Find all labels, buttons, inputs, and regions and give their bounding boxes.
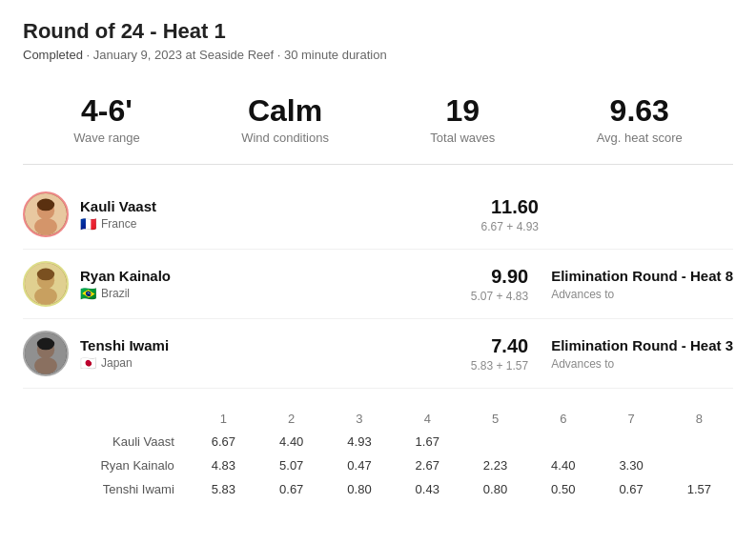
athlete-info: Ryan Kainalo 🇧🇷 Brazil: [80, 268, 471, 301]
table-score-cell: 4.40: [529, 453, 597, 477]
table-score-cell: 1.57: [665, 477, 733, 501]
table-header-wave: 4: [394, 408, 461, 430]
stat-label: Avg. heat score: [597, 131, 683, 145]
svg-point-6: [34, 288, 57, 305]
country-name: Brazil: [101, 287, 130, 300]
table-score-cell: 0.80: [461, 477, 529, 501]
table-score-cell: 2.23: [461, 453, 529, 477]
stats-row: 4-6' Wave range Calm Wind conditions 19 …: [23, 79, 733, 165]
table-score-cell: [529, 430, 597, 453]
page-header: Round of 24 - Heat 1 Completed · January…: [23, 19, 733, 62]
table-athlete-name: Ryan Kainalo: [23, 453, 190, 477]
athlete-score-section: 11.60 6.67 + 4.93: [481, 196, 539, 233]
athlete-name: Kauli Vaast: [80, 198, 481, 214]
stat-item: 4-6' Wave range: [73, 94, 140, 145]
athlete-info: Tenshi Iwami 🇯🇵 Japan: [80, 337, 471, 371]
table-score-cell: [665, 430, 733, 453]
table-score-cell: [461, 430, 529, 453]
athlete-total-score: 11.60: [481, 196, 539, 218]
stat-label: Wave range: [73, 131, 140, 145]
svg-point-11: [37, 338, 54, 351]
athlete-avatar: [23, 191, 69, 237]
scores-table: 12345678Kauli Vaast6.674.404.931.67Ryan …: [23, 408, 733, 501]
table-row: Kauli Vaast6.674.404.931.67: [23, 430, 733, 453]
svg-point-7: [37, 269, 54, 281]
table-score-cell: 5.07: [257, 453, 325, 477]
header-subtitle: Completed · January 9, 2023 at Seaside R…: [23, 48, 733, 62]
svg-point-2: [34, 218, 57, 235]
athlete-score-breakdown: 5.07 + 4.83: [471, 290, 528, 303]
table-score-cell: [597, 430, 664, 453]
table-score-cell: 0.67: [597, 477, 664, 501]
table-header-wave: 3: [325, 408, 393, 430]
stat-value: 19: [430, 94, 495, 128]
scores-table-section: 12345678Kauli Vaast6.674.404.931.67Ryan …: [23, 408, 733, 501]
flag-icon: 🇯🇵: [80, 355, 96, 371]
stat-value: 9.63: [597, 94, 683, 128]
table-score-cell: 3.30: [597, 453, 664, 477]
country-name: Japan: [101, 356, 133, 370]
athlete-row: Tenshi Iwami 🇯🇵 Japan 7.40 5.83 + 1.57 E…: [23, 319, 733, 389]
stat-value: Calm: [241, 94, 329, 128]
table-score-cell: 0.50: [529, 477, 597, 501]
athlete-score-breakdown: 6.67 + 4.93: [481, 220, 539, 233]
advance-info: Elimination Round - Heat 3 Advances to: [551, 336, 733, 371]
athlete-score-section: 9.90 5.07 + 4.83: [471, 266, 528, 303]
athlete-row: Ryan Kainalo 🇧🇷 Brazil 9.90 5.07 + 4.83 …: [23, 250, 733, 319]
advance-info: Elimination Round - Heat 8 Advances to: [551, 267, 733, 301]
stat-value: 4-6': [73, 94, 140, 128]
table-header-wave: 2: [257, 408, 325, 430]
flag-icon: 🇫🇷: [80, 216, 96, 232]
table-score-cell: 4.93: [325, 430, 393, 453]
advance-label: Advances to: [551, 357, 733, 371]
table-score-cell: 0.47: [325, 453, 393, 477]
table-score-cell: 6.67: [190, 430, 257, 453]
table-score-cell: 1.67: [394, 430, 461, 453]
athlete-total-score: 9.90: [471, 266, 528, 288]
table-score-cell: 0.43: [394, 477, 461, 501]
table-header-wave: 1: [190, 408, 257, 430]
table-score-cell: 2.67: [394, 453, 461, 477]
table-row: Tenshi Iwami5.830.670.800.430.800.500.67…: [23, 477, 733, 501]
advance-title: Elimination Round - Heat 8: [551, 267, 733, 286]
athlete-country: 🇧🇷 Brazil: [80, 286, 471, 301]
table-score-cell: 4.83: [190, 453, 257, 477]
table-athlete-name: Tenshi Iwami: [23, 477, 190, 501]
table-athlete-name: Kauli Vaast: [23, 430, 190, 453]
stat-label: Wind conditions: [241, 131, 329, 145]
athlete-score-section: 7.40 5.83 + 1.57: [471, 335, 528, 373]
stat-label: Total waves: [430, 131, 495, 145]
stat-item: 19 Total waves: [430, 94, 495, 145]
table-score-cell: 0.67: [257, 477, 325, 501]
status-badge: Completed: [23, 48, 83, 62]
stat-item: Calm Wind conditions: [241, 94, 329, 145]
table-row: Ryan Kainalo4.835.070.472.672.234.403.30: [23, 453, 733, 477]
advance-label: Advances to: [551, 288, 733, 301]
athlete-row: Kauli Vaast 🇫🇷 France 11.60 6.67 + 4.93: [23, 180, 733, 250]
athlete-country: 🇫🇷 France: [80, 216, 481, 232]
header-detail: · January 9, 2023 at Seaside Reef · 30 m…: [87, 48, 387, 62]
table-header-wave: 6: [529, 408, 597, 430]
athlete-score-breakdown: 5.83 + 1.57: [471, 359, 528, 373]
athlete-name: Tenshi Iwami: [80, 337, 471, 353]
athlete-info: Kauli Vaast 🇫🇷 France: [80, 198, 481, 232]
table-header-wave: 7: [597, 408, 664, 430]
athlete-country: 🇯🇵 Japan: [80, 355, 471, 371]
table-score-cell: 5.83: [190, 477, 257, 501]
stat-item: 9.63 Avg. heat score: [597, 94, 683, 145]
svg-point-3: [37, 199, 54, 212]
advance-title: Elimination Round - Heat 3: [551, 336, 733, 355]
athlete-avatar: [23, 261, 69, 307]
country-name: France: [101, 217, 136, 231]
table-header-wave: 5: [461, 408, 529, 430]
flag-icon: 🇧🇷: [80, 286, 96, 301]
table-score-cell: 0.80: [325, 477, 393, 501]
athletes-section: Kauli Vaast 🇫🇷 France 11.60 6.67 + 4.93 …: [23, 180, 733, 389]
athlete-name: Ryan Kainalo: [80, 268, 471, 284]
table-score-cell: 4.40: [257, 430, 325, 453]
svg-point-10: [34, 357, 57, 374]
page-title: Round of 24 - Heat 1: [23, 19, 733, 44]
table-header-athlete: [23, 408, 190, 430]
athlete-avatar: [23, 331, 69, 376]
athlete-total-score: 7.40: [471, 335, 528, 357]
